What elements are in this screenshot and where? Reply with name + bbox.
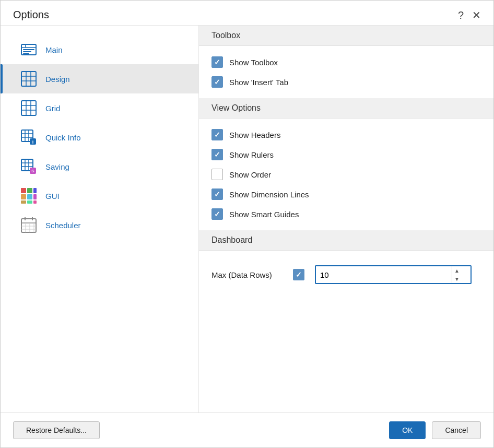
show-rulers-row: Show Rulers xyxy=(211,145,481,164)
svg-text:i: i xyxy=(32,139,34,145)
sidebar-item-quick-info[interactable]: i Quick Info xyxy=(1,123,198,152)
view-options-section-content: Show Headers Show Rulers Show Order Show… xyxy=(199,119,493,230)
sidebar-item-grid-label: Grid xyxy=(45,104,60,113)
show-smart-guides-row: Show Smart Guides xyxy=(211,204,481,224)
grid-icon xyxy=(19,99,38,117)
design-icon xyxy=(19,69,38,88)
sidebar: Main Design xyxy=(1,26,199,412)
restore-defaults-button[interactable]: Restore Defaults... xyxy=(13,421,100,439)
title-bar: Options ? ✕ xyxy=(1,1,493,26)
svg-rect-38 xyxy=(33,201,37,204)
sidebar-item-saving[interactable]: S Saving xyxy=(1,152,198,181)
show-rulers-checkbox[interactable] xyxy=(211,149,223,160)
svg-rect-36 xyxy=(21,201,26,204)
sidebar-item-design-label: Design xyxy=(45,75,70,84)
max-data-rows-checkbox[interactable] xyxy=(293,269,304,280)
dialog-body: Main Design xyxy=(1,26,493,412)
show-dimension-lines-label[interactable]: Show Dimension Lines xyxy=(229,190,309,199)
help-icon[interactable]: ? xyxy=(458,10,464,20)
spinbox-up-arrow[interactable]: ▲ xyxy=(452,266,462,275)
cancel-button[interactable]: Cancel xyxy=(432,421,481,439)
sidebar-item-quick-info-label: Quick Info xyxy=(45,133,81,142)
show-toolbox-row: Show Toolbox xyxy=(211,52,481,72)
show-order-checkbox[interactable] xyxy=(211,169,223,180)
svg-rect-32 xyxy=(33,188,37,193)
gui-icon xyxy=(19,186,38,205)
quick-info-icon: i xyxy=(19,128,38,147)
show-toolbox-label[interactable]: Show Toolbox xyxy=(229,58,278,67)
main-icon xyxy=(19,40,38,59)
svg-text:S: S xyxy=(31,169,34,173)
sidebar-item-saving-label: Saving xyxy=(45,162,69,171)
show-toolbox-checkbox[interactable] xyxy=(211,56,223,68)
svg-rect-6 xyxy=(21,72,36,86)
show-order-label[interactable]: Show Order xyxy=(229,170,271,179)
sidebar-item-scheduler-label: Scheduler xyxy=(45,221,81,230)
show-smart-guides-checkbox[interactable] xyxy=(211,208,223,220)
svg-rect-34 xyxy=(27,194,32,199)
svg-rect-3 xyxy=(23,49,34,50)
title-bar-icons: ? ✕ xyxy=(458,10,481,20)
saving-icon: S xyxy=(19,157,38,176)
show-headers-row: Show Headers xyxy=(211,125,481,145)
sidebar-item-main-label: Main xyxy=(45,45,63,54)
sidebar-item-grid[interactable]: Grid xyxy=(1,93,198,123)
scheduler-icon xyxy=(19,216,38,234)
sidebar-item-main[interactable]: Main xyxy=(1,35,198,64)
max-data-rows-spinbox: ▲ ▼ xyxy=(315,265,472,284)
toolbox-section-content: Show Toolbox Show 'Insert' Tab xyxy=(199,46,493,98)
max-data-rows-label: Max (Data Rows) xyxy=(211,270,285,279)
dialog-title: Options xyxy=(13,9,49,21)
sidebar-item-scheduler[interactable]: Scheduler xyxy=(1,210,198,240)
show-smart-guides-label[interactable]: Show Smart Guides xyxy=(229,210,299,219)
svg-rect-37 xyxy=(27,201,32,204)
close-icon[interactable]: ✕ xyxy=(472,10,481,20)
show-order-row: Show Order xyxy=(211,164,481,184)
svg-rect-33 xyxy=(21,194,26,199)
footer-right-buttons: OK Cancel xyxy=(389,421,481,439)
show-insert-tab-row: Show 'Insert' Tab xyxy=(211,72,481,92)
show-dimension-lines-row: Show Dimension Lines xyxy=(211,184,481,204)
svg-rect-31 xyxy=(27,188,32,193)
spinbox-arrows: ▲ ▼ xyxy=(452,266,462,283)
sidebar-item-design[interactable]: Design xyxy=(1,64,198,93)
svg-rect-35 xyxy=(33,194,37,199)
svg-rect-4 xyxy=(23,51,31,52)
svg-rect-5 xyxy=(23,53,29,54)
spinbox-down-arrow[interactable]: ▼ xyxy=(452,275,462,283)
dialog-footer: Restore Defaults... OK Cancel xyxy=(1,412,493,447)
toolbox-section-header: Toolbox xyxy=(199,26,493,46)
show-headers-checkbox[interactable] xyxy=(211,129,223,140)
dashboard-section-content: Max (Data Rows) ▲ ▼ xyxy=(199,251,493,294)
dashboard-section-header: Dashboard xyxy=(199,230,493,251)
max-data-rows-row: Max (Data Rows) ▲ ▼ xyxy=(211,257,481,288)
show-rulers-label[interactable]: Show Rulers xyxy=(229,150,274,159)
show-insert-tab-checkbox[interactable] xyxy=(211,76,223,88)
view-options-section-header: View Options xyxy=(199,98,493,119)
options-dialog: Options ? ✕ Main xyxy=(0,0,494,448)
svg-rect-30 xyxy=(21,188,26,193)
svg-rect-11 xyxy=(21,101,36,115)
sidebar-item-gui-label: GUI xyxy=(45,192,60,201)
show-insert-tab-label[interactable]: Show 'Insert' Tab xyxy=(229,78,288,87)
sidebar-item-gui[interactable]: GUI xyxy=(1,181,198,210)
show-headers-label[interactable]: Show Headers xyxy=(229,131,280,139)
show-dimension-lines-checkbox[interactable] xyxy=(211,188,223,200)
max-data-rows-input[interactable] xyxy=(316,268,452,281)
ok-button[interactable]: OK xyxy=(389,421,426,439)
right-panel: Toolbox Show Toolbox Show 'Insert' Tab V… xyxy=(199,26,493,412)
